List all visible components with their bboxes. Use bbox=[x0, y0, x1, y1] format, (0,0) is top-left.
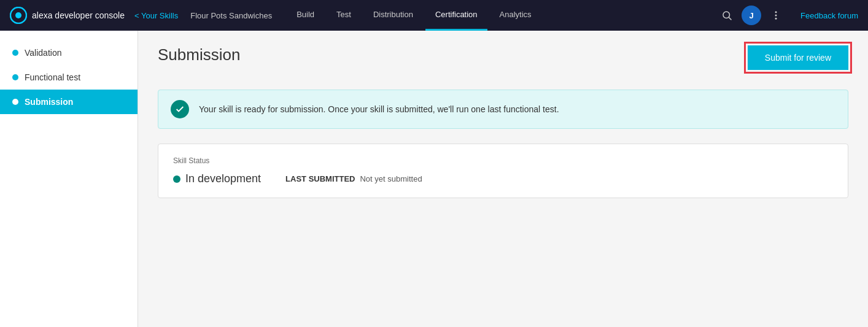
svg-point-5 bbox=[775, 15, 777, 17]
skill-status-row: In development LAST SUBMITTED Not yet su… bbox=[173, 172, 833, 185]
tab-distribution[interactable]: Distribution bbox=[363, 0, 423, 31]
last-submitted-section: LAST SUBMITTED Not yet submitted bbox=[285, 174, 422, 183]
logo: alexa developer console bbox=[10, 7, 125, 24]
functional-test-dot bbox=[12, 74, 18, 80]
svg-point-4 bbox=[775, 11, 777, 13]
validation-dot bbox=[12, 50, 18, 56]
tab-test[interactable]: Test bbox=[327, 0, 361, 31]
top-nav: alexa developer console < Your Skills Fl… bbox=[0, 0, 868, 31]
svg-line-3 bbox=[729, 17, 731, 20]
page-layout: Validation Functional test Submission Su… bbox=[0, 31, 868, 327]
in-development-dot bbox=[173, 175, 180, 183]
nav-tabs: Build Test Distribution Certification An… bbox=[287, 0, 541, 31]
sidebar-item-validation[interactable]: Validation bbox=[0, 40, 138, 65]
page-title: Submission bbox=[158, 45, 240, 64]
svg-point-2 bbox=[723, 12, 730, 18]
alert-banner: Your skill is ready for submission. Once… bbox=[158, 90, 848, 129]
tab-build[interactable]: Build bbox=[287, 0, 324, 31]
sidebar: Validation Functional test Submission bbox=[0, 31, 138, 327]
status-text: In development bbox=[185, 172, 261, 185]
alert-message: Your skill is ready for submission. Once… bbox=[199, 104, 559, 114]
in-development-status: In development bbox=[173, 172, 261, 185]
back-link[interactable]: < Your Skills bbox=[134, 11, 178, 20]
sidebar-submission-label: Submission bbox=[25, 97, 73, 107]
tab-analytics[interactable]: Analytics bbox=[490, 0, 541, 31]
svg-point-1 bbox=[15, 12, 21, 18]
sidebar-item-submission[interactable]: Submission bbox=[0, 90, 138, 114]
search-button[interactable] bbox=[717, 6, 737, 25]
skill-status-card: Skill Status In development LAST SUBMITT… bbox=[158, 144, 848, 198]
submit-for-review-button[interactable]: Submit for review bbox=[748, 45, 848, 70]
sidebar-validation-label: Validation bbox=[25, 48, 61, 58]
avatar[interactable]: J bbox=[742, 6, 761, 25]
app-title: alexa developer console bbox=[32, 10, 125, 20]
skill-name: Flour Pots Sandwiches bbox=[190, 11, 272, 20]
last-submitted-label: LAST SUBMITTED bbox=[285, 174, 355, 183]
feedback-forum-link[interactable]: Feedback forum bbox=[800, 11, 858, 20]
tab-certification[interactable]: Certification bbox=[425, 0, 487, 31]
svg-point-6 bbox=[775, 18, 777, 20]
nav-right-icons: J Feedback forum bbox=[717, 6, 858, 25]
submission-dot bbox=[12, 99, 18, 105]
page-header: Submission Submit for review bbox=[158, 45, 848, 70]
main-content: Submission Submit for review Your skill … bbox=[138, 31, 868, 327]
last-submitted-value: Not yet submitted bbox=[360, 174, 422, 183]
more-options-button[interactable] bbox=[766, 6, 786, 25]
sidebar-item-functional-test[interactable]: Functional test bbox=[0, 65, 138, 90]
check-circle-icon bbox=[171, 100, 189, 118]
sidebar-functional-test-label: Functional test bbox=[25, 72, 80, 82]
skill-status-section-label: Skill Status bbox=[173, 156, 833, 165]
